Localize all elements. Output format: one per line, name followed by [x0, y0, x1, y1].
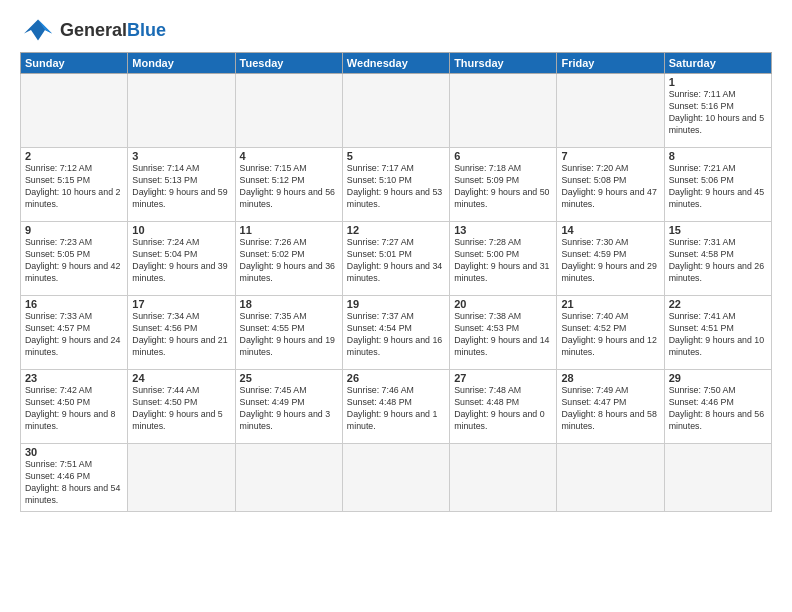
calendar-day-cell — [342, 444, 449, 512]
calendar-day-cell: 24Sunrise: 7:44 AMSunset: 4:50 PMDayligh… — [128, 370, 235, 444]
day-info: Sunrise: 7:34 AMSunset: 4:56 PMDaylight:… — [132, 311, 230, 359]
day-info: Sunrise: 7:24 AMSunset: 5:04 PMDaylight:… — [132, 237, 230, 285]
calendar-day-cell — [557, 74, 664, 148]
day-info: Sunrise: 7:35 AMSunset: 4:55 PMDaylight:… — [240, 311, 338, 359]
day-info: Sunrise: 7:23 AMSunset: 5:05 PMDaylight:… — [25, 237, 123, 285]
calendar-day-cell: 14Sunrise: 7:30 AMSunset: 4:59 PMDayligh… — [557, 222, 664, 296]
day-info: Sunrise: 7:44 AMSunset: 4:50 PMDaylight:… — [132, 385, 230, 433]
calendar-day-cell: 15Sunrise: 7:31 AMSunset: 4:58 PMDayligh… — [664, 222, 771, 296]
calendar-day-cell — [21, 74, 128, 148]
day-number: 29 — [669, 372, 767, 384]
calendar-day-cell — [450, 444, 557, 512]
day-number: 7 — [561, 150, 659, 162]
calendar-day-cell: 13Sunrise: 7:28 AMSunset: 5:00 PMDayligh… — [450, 222, 557, 296]
weekday-header: Wednesday — [342, 53, 449, 74]
day-info: Sunrise: 7:42 AMSunset: 4:50 PMDaylight:… — [25, 385, 123, 433]
day-number: 5 — [347, 150, 445, 162]
logo-text: GeneralBlue — [60, 20, 166, 41]
calendar-day-cell: 7Sunrise: 7:20 AMSunset: 5:08 PMDaylight… — [557, 148, 664, 222]
day-info: Sunrise: 7:48 AMSunset: 4:48 PMDaylight:… — [454, 385, 552, 433]
calendar-day-cell — [128, 74, 235, 148]
day-number: 27 — [454, 372, 552, 384]
day-number: 23 — [25, 372, 123, 384]
day-info: Sunrise: 7:37 AMSunset: 4:54 PMDaylight:… — [347, 311, 445, 359]
day-number: 20 — [454, 298, 552, 310]
calendar-day-cell: 8Sunrise: 7:21 AMSunset: 5:06 PMDaylight… — [664, 148, 771, 222]
day-number: 25 — [240, 372, 338, 384]
calendar-day-cell: 25Sunrise: 7:45 AMSunset: 4:49 PMDayligh… — [235, 370, 342, 444]
calendar-header: SundayMondayTuesdayWednesdayThursdayFrid… — [21, 53, 772, 74]
page: GeneralBlue SundayMondayTuesdayWednesday… — [0, 0, 792, 612]
calendar-day-cell: 5Sunrise: 7:17 AMSunset: 5:10 PMDaylight… — [342, 148, 449, 222]
calendar-body: 1Sunrise: 7:11 AMSunset: 5:16 PMDaylight… — [21, 74, 772, 512]
calendar-day-cell: 4Sunrise: 7:15 AMSunset: 5:12 PMDaylight… — [235, 148, 342, 222]
calendar-day-cell: 27Sunrise: 7:48 AMSunset: 4:48 PMDayligh… — [450, 370, 557, 444]
calendar-day-cell — [664, 444, 771, 512]
calendar-week-row: 23Sunrise: 7:42 AMSunset: 4:50 PMDayligh… — [21, 370, 772, 444]
calendar-day-cell — [235, 444, 342, 512]
day-number: 21 — [561, 298, 659, 310]
day-info: Sunrise: 7:31 AMSunset: 4:58 PMDaylight:… — [669, 237, 767, 285]
calendar-day-cell: 30Sunrise: 7:51 AMSunset: 4:46 PMDayligh… — [21, 444, 128, 512]
day-number: 22 — [669, 298, 767, 310]
day-info: Sunrise: 7:12 AMSunset: 5:15 PMDaylight:… — [25, 163, 123, 211]
day-info: Sunrise: 7:33 AMSunset: 4:57 PMDaylight:… — [25, 311, 123, 359]
day-number: 3 — [132, 150, 230, 162]
day-info: Sunrise: 7:38 AMSunset: 4:53 PMDaylight:… — [454, 311, 552, 359]
day-info: Sunrise: 7:14 AMSunset: 5:13 PMDaylight:… — [132, 163, 230, 211]
calendar-day-cell: 28Sunrise: 7:49 AMSunset: 4:47 PMDayligh… — [557, 370, 664, 444]
weekday-header: Monday — [128, 53, 235, 74]
calendar-day-cell: 11Sunrise: 7:26 AMSunset: 5:02 PMDayligh… — [235, 222, 342, 296]
calendar-day-cell: 21Sunrise: 7:40 AMSunset: 4:52 PMDayligh… — [557, 296, 664, 370]
calendar-day-cell: 29Sunrise: 7:50 AMSunset: 4:46 PMDayligh… — [664, 370, 771, 444]
calendar-day-cell: 10Sunrise: 7:24 AMSunset: 5:04 PMDayligh… — [128, 222, 235, 296]
calendar-day-cell — [235, 74, 342, 148]
weekday-header: Tuesday — [235, 53, 342, 74]
calendar-day-cell — [128, 444, 235, 512]
logo-icon — [20, 16, 56, 44]
day-info: Sunrise: 7:30 AMSunset: 4:59 PMDaylight:… — [561, 237, 659, 285]
calendar-day-cell: 18Sunrise: 7:35 AMSunset: 4:55 PMDayligh… — [235, 296, 342, 370]
calendar-day-cell: 3Sunrise: 7:14 AMSunset: 5:13 PMDaylight… — [128, 148, 235, 222]
day-info: Sunrise: 7:50 AMSunset: 4:46 PMDaylight:… — [669, 385, 767, 433]
calendar-week-row: 30Sunrise: 7:51 AMSunset: 4:46 PMDayligh… — [21, 444, 772, 512]
calendar-week-row: 9Sunrise: 7:23 AMSunset: 5:05 PMDaylight… — [21, 222, 772, 296]
day-number: 28 — [561, 372, 659, 384]
weekday-header: Thursday — [450, 53, 557, 74]
weekday-header: Sunday — [21, 53, 128, 74]
day-info: Sunrise: 7:20 AMSunset: 5:08 PMDaylight:… — [561, 163, 659, 211]
calendar-day-cell: 1Sunrise: 7:11 AMSunset: 5:16 PMDaylight… — [664, 74, 771, 148]
day-info: Sunrise: 7:17 AMSunset: 5:10 PMDaylight:… — [347, 163, 445, 211]
header: GeneralBlue — [20, 16, 772, 44]
calendar-day-cell: 2Sunrise: 7:12 AMSunset: 5:15 PMDaylight… — [21, 148, 128, 222]
calendar-week-row: 1Sunrise: 7:11 AMSunset: 5:16 PMDaylight… — [21, 74, 772, 148]
day-info: Sunrise: 7:49 AMSunset: 4:47 PMDaylight:… — [561, 385, 659, 433]
calendar-day-cell: 16Sunrise: 7:33 AMSunset: 4:57 PMDayligh… — [21, 296, 128, 370]
day-info: Sunrise: 7:28 AMSunset: 5:00 PMDaylight:… — [454, 237, 552, 285]
calendar-week-row: 2Sunrise: 7:12 AMSunset: 5:15 PMDaylight… — [21, 148, 772, 222]
calendar-week-row: 16Sunrise: 7:33 AMSunset: 4:57 PMDayligh… — [21, 296, 772, 370]
day-number: 2 — [25, 150, 123, 162]
day-number: 11 — [240, 224, 338, 236]
day-info: Sunrise: 7:27 AMSunset: 5:01 PMDaylight:… — [347, 237, 445, 285]
calendar-day-cell: 12Sunrise: 7:27 AMSunset: 5:01 PMDayligh… — [342, 222, 449, 296]
calendar-day-cell: 19Sunrise: 7:37 AMSunset: 4:54 PMDayligh… — [342, 296, 449, 370]
day-number: 1 — [669, 76, 767, 88]
day-info: Sunrise: 7:45 AMSunset: 4:49 PMDaylight:… — [240, 385, 338, 433]
calendar-day-cell: 26Sunrise: 7:46 AMSunset: 4:48 PMDayligh… — [342, 370, 449, 444]
day-number: 6 — [454, 150, 552, 162]
day-number: 12 — [347, 224, 445, 236]
calendar-day-cell: 20Sunrise: 7:38 AMSunset: 4:53 PMDayligh… — [450, 296, 557, 370]
day-info: Sunrise: 7:41 AMSunset: 4:51 PMDaylight:… — [669, 311, 767, 359]
calendar-day-cell: 22Sunrise: 7:41 AMSunset: 4:51 PMDayligh… — [664, 296, 771, 370]
weekday-row: SundayMondayTuesdayWednesdayThursdayFrid… — [21, 53, 772, 74]
day-info: Sunrise: 7:18 AMSunset: 5:09 PMDaylight:… — [454, 163, 552, 211]
day-number: 9 — [25, 224, 123, 236]
day-number: 18 — [240, 298, 338, 310]
day-number: 30 — [25, 446, 123, 458]
calendar-day-cell — [450, 74, 557, 148]
calendar-day-cell — [557, 444, 664, 512]
calendar-day-cell: 23Sunrise: 7:42 AMSunset: 4:50 PMDayligh… — [21, 370, 128, 444]
day-number: 24 — [132, 372, 230, 384]
day-number: 14 — [561, 224, 659, 236]
